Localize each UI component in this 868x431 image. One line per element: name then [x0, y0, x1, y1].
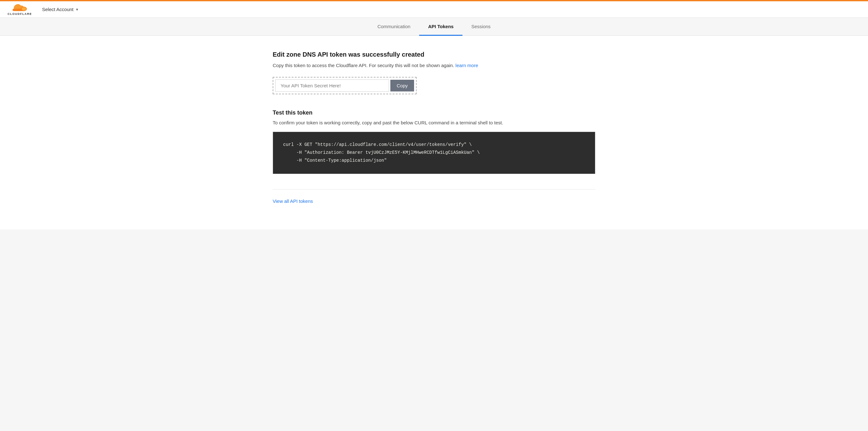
curl-command-block[interactable]: curl -X GET "https://api.cloudflare.com/…: [273, 132, 595, 174]
success-title: Edit zone DNS API token was successfully…: [273, 51, 595, 58]
code-block-wrapper: curl -X GET "https://api.cloudflare.com/…: [273, 132, 595, 174]
learn-more-link[interactable]: learn more: [456, 63, 478, 68]
tab-navigation: Communication API Tokens Sessions: [0, 18, 868, 36]
test-section-title: Test this token: [273, 110, 595, 116]
copy-instruction: Copy this token to access the Cloudflare…: [273, 63, 595, 68]
topbar: CLOUDFLARE Select Account ▼: [0, 0, 868, 18]
page-wrapper: CLOUDFLARE Select Account ▼ Communicatio…: [0, 0, 868, 431]
svg-point-1: [22, 7, 26, 10]
cloudflare-logo: CLOUDFLARE: [8, 3, 32, 16]
logo-area: CLOUDFLARE: [8, 3, 32, 16]
footer-link: View all API tokens: [273, 198, 595, 204]
copy-button[interactable]: Copy: [390, 80, 414, 91]
cloudflare-wordmark: CLOUDFLARE: [8, 12, 32, 16]
token-input[interactable]: [275, 80, 389, 92]
select-account-label: Select Account: [42, 7, 73, 12]
content-area: Edit zone DNS API token was successfully…: [0, 36, 868, 229]
tab-api-tokens[interactable]: API Tokens: [419, 18, 462, 36]
view-all-tokens-link[interactable]: View all API tokens: [273, 198, 313, 204]
select-account-button[interactable]: Select Account ▼: [42, 7, 79, 12]
chevron-down-icon: ▼: [75, 8, 79, 11]
tab-sessions[interactable]: Sessions: [462, 18, 499, 36]
test-section-desc: To confirm your token is working correct…: [273, 120, 595, 125]
cloudflare-cloud-icon: [12, 3, 28, 12]
token-row: Copy: [273, 77, 416, 94]
main-content: Edit zone DNS API token was successfully…: [260, 36, 608, 229]
tab-communication[interactable]: Communication: [369, 18, 419, 36]
